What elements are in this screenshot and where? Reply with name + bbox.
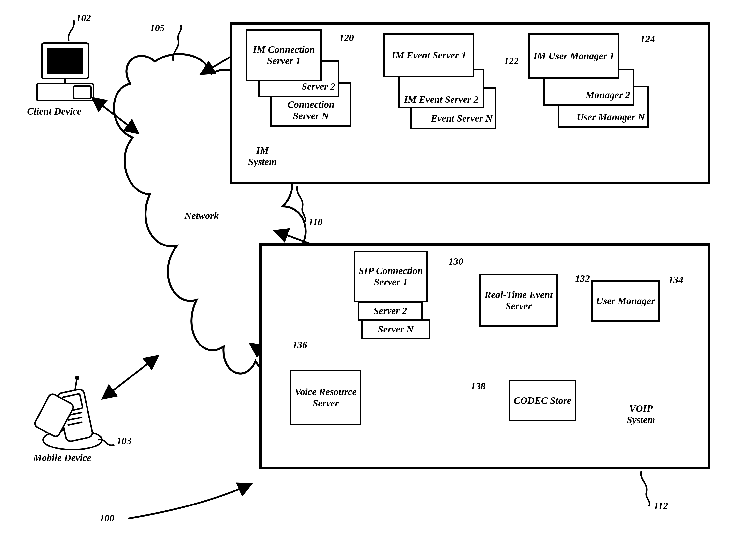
ref-136: 136 [292,339,307,351]
ref-132: 132 [575,273,590,284]
svg-line-15 [103,356,157,398]
im-conn-server-1: IM Connection Server 1 [246,29,322,81]
codec-store: CODEC Store [509,380,576,421]
ref-120: 120 [339,32,354,43]
ref-105: 105 [150,22,165,34]
svg-line-11 [75,380,77,389]
rtes-label: Real-Time Event Server [483,289,554,312]
sip-server-1: SIP Connection Server 1 [354,251,428,302]
svg-point-12 [76,376,79,379]
mobile-device-label: Mobile Device [33,452,91,463]
im-um-2-label: Manager 2 [586,89,630,101]
voice-resource-server: Voice Resource Server [290,370,361,425]
ref-110: 110 [308,216,323,228]
client-device-icon [37,43,93,101]
im-conn-2-label: Server 2 [302,81,335,92]
codec-label: CODEC Store [514,395,571,406]
voip-um-label: User Manager [596,295,655,307]
sip-server-2: Server 2 [358,301,423,321]
network-label: Network [184,210,219,221]
mobile-device-icon [33,376,102,450]
im-um-n-label: User Manager N [577,112,645,123]
ref-122: 122 [504,55,519,67]
ref-134: 134 [669,274,683,286]
sip-server-n: Server N [361,319,430,339]
im-conn-1-label: IM Connection Server 1 [250,44,318,67]
ref-138: 138 [471,380,485,392]
diagram-stage: Connection Server N Server 2 IM Connecti… [0,0,756,548]
client-device-label: Client Device [27,106,81,117]
im-evt-2-label: IM Event Server 2 [404,94,478,105]
ref-112: 112 [654,500,668,512]
real-time-event-server: Real-Time Event Server [479,274,558,327]
voip-system-label: VOIP System [627,403,655,426]
voip-user-manager: User Manager [591,280,660,322]
sip-2-label: Server 2 [373,305,407,317]
vrs-label: Voice Resource Server [294,386,357,409]
ref-124: 124 [640,33,655,45]
im-user-mgr-1: IM User Manager 1 [528,33,619,79]
svg-rect-3 [74,86,91,98]
ref-102: 102 [76,12,91,24]
sip-1-label: SIP Connection Server 1 [358,265,424,288]
svg-rect-1 [48,49,82,73]
im-evt-n-label: Event Server N [431,113,493,124]
ref-103: 103 [117,435,131,447]
ref-130: 130 [449,256,463,267]
ref-100: 100 [100,512,114,524]
im-um-1-label: IM User Manager 1 [533,50,614,62]
im-conn-n-label: Connection Server N [274,99,348,122]
sip-n-label: Server N [378,324,414,335]
im-system-label: IM System [248,145,277,168]
im-evt-1-label: IM Event Server 1 [392,50,466,61]
im-event-server-1: IM Event Server 1 [383,33,474,77]
